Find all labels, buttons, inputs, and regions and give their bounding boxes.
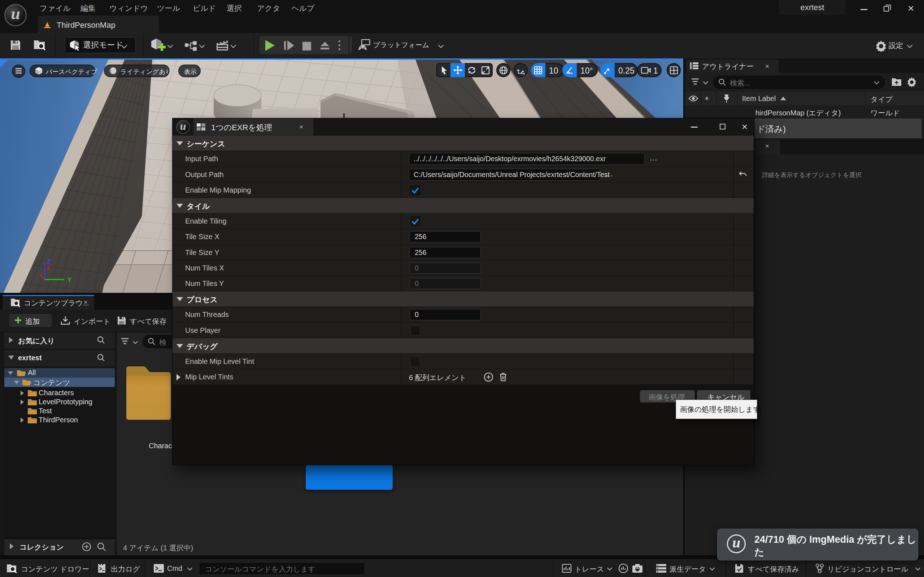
svg-text:Y: Y	[67, 276, 72, 284]
svg-text:X: X	[46, 265, 50, 271]
svg-text:Z: Z	[47, 258, 51, 266]
